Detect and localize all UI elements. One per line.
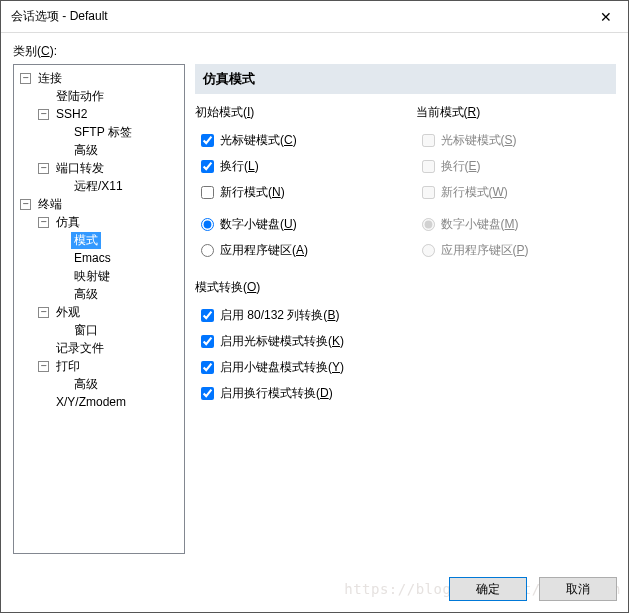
newline-mode-checkbox[interactable]: 新行模式(N) [195,179,396,205]
initial-mode-group: 初始模式(I) 光标键模式(C) 换行(L) 新行模式(N) 数字小键盘(U) … [195,104,396,263]
app-keypad-r-radio: 应用程序键区(P) [416,237,617,263]
tree-toggle-icon[interactable]: − [20,199,31,210]
mode-switch-label: 模式转换(O) [195,279,616,296]
tree-item-terminal[interactable]: 终端 [35,196,65,213]
tree-item-window[interactable]: 窗口 [71,322,101,339]
close-button[interactable]: ✕ [584,2,628,32]
tree-item-appearance[interactable]: 外观 [53,304,83,321]
tree-item-remote[interactable]: 远程/X11 [71,178,126,195]
newline-checkbox[interactable]: 换行(L) [195,153,396,179]
tree-toggle-icon[interactable]: − [20,73,31,84]
tree-item-mapkeys[interactable]: 映射键 [71,268,113,285]
tree-toggle-icon[interactable]: − [38,307,49,318]
tree-item-print[interactable]: 打印 [53,358,83,375]
settings-panel: 仿真模式 初始模式(I) 光标键模式(C) 换行(L) 新行模式(N) 数字小键… [195,64,616,554]
current-mode-group: 当前模式(R) 光标键模式(S) 换行(E) 新行模式(W) 数字小键盘(M) … [416,104,617,263]
dialog-footer: 确定 取消 [449,577,617,601]
numeric-keypad-radio[interactable]: 数字小键盘(U) [195,211,396,237]
title-bar: 会话选项 - Default ✕ [1,1,628,33]
category-label: 类别(C): [13,43,616,60]
tree-item-portfwd[interactable]: 端口转发 [53,160,107,177]
enable-cursor-switch-checkbox[interactable]: 启用光标键模式转换(K) [195,328,616,354]
newline-r-checkbox: 换行(E) [416,153,617,179]
mode-switch-group: 模式转换(O) 启用 80/132 列转换(B) 启用光标键模式转换(K) 启用… [195,279,616,406]
cursor-key-mode-r-checkbox: 光标键模式(S) [416,127,617,153]
tree-item-term-advanced[interactable]: 高级 [71,286,101,303]
enable-keypad-switch-checkbox[interactable]: 启用小键盘模式转换(Y) [195,354,616,380]
cancel-button[interactable]: 取消 [539,577,617,601]
tree-item-xyz[interactable]: X/Y/Zmodem [53,395,129,409]
panel-heading: 仿真模式 [195,64,616,94]
tree-item-connection[interactable]: 连接 [35,70,65,87]
tree-item-ssh-advanced[interactable]: 高级 [71,142,101,159]
tree-toggle-icon[interactable]: − [38,217,49,228]
cursor-key-mode-checkbox[interactable]: 光标键模式(C) [195,127,396,153]
tree-item-sftp[interactable]: SFTP 标签 [71,124,135,141]
tree-item-ssh2[interactable]: SSH2 [53,107,90,121]
tree-item-print-advanced[interactable]: 高级 [71,376,101,393]
tree-item-logon[interactable]: 登陆动作 [53,88,107,105]
app-keypad-radio[interactable]: 应用程序键区(A) [195,237,396,263]
tree-toggle-icon[interactable]: − [38,361,49,372]
enable-80-132-checkbox[interactable]: 启用 80/132 列转换(B) [195,302,616,328]
category-tree[interactable]: −连接 登陆动作 −SSH2 SFTP 标签 高级 [13,64,185,554]
tree-item-mode[interactable]: 模式 [71,232,101,249]
tree-item-emulation[interactable]: 仿真 [53,214,83,231]
tree-toggle-icon[interactable]: − [38,163,49,174]
current-mode-label: 当前模式(R) [416,104,617,121]
tree-item-emacs[interactable]: Emacs [71,251,114,265]
tree-toggle-icon[interactable]: − [38,109,49,120]
initial-mode-label: 初始模式(I) [195,104,396,121]
ok-button[interactable]: 确定 [449,577,527,601]
newline-mode-r-checkbox: 新行模式(W) [416,179,617,205]
window-title: 会话选项 - Default [11,8,108,25]
enable-newline-switch-checkbox[interactable]: 启用换行模式转换(D) [195,380,616,406]
numeric-keypad-r-radio: 数字小键盘(M) [416,211,617,237]
tree-item-logfile[interactable]: 记录文件 [53,340,107,357]
